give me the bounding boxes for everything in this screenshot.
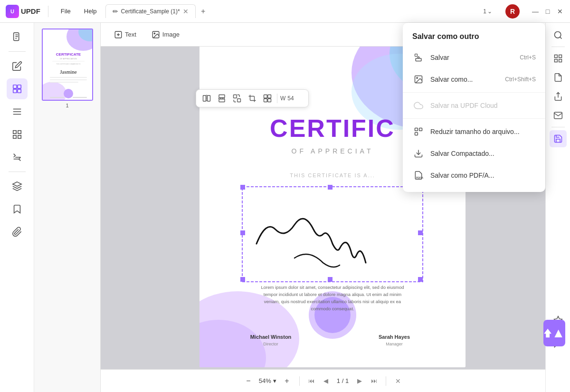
minimize-button[interactable]: — — [531, 7, 540, 16]
maximize-button[interactable]: □ — [543, 7, 552, 16]
save-item[interactable]: Salvar Ctrl+S — [403, 47, 545, 68]
save-label: Salvar — [430, 54, 514, 61]
dropdown-sep-2 — [403, 118, 545, 119]
nav-next-button[interactable]: ▶ — [353, 375, 366, 387]
image-tool-button[interactable]: Image — [146, 28, 185, 42]
svg-rect-60 — [418, 277, 423, 282]
email-icon[interactable] — [550, 107, 567, 124]
svg-rect-6 — [17, 85, 20, 88]
svg-rect-11 — [13, 131, 16, 134]
active-tab[interactable]: ✏ Certificate_Sample (1)* ✕ — [105, 4, 196, 18]
save-as-item-icon — [412, 73, 425, 86]
sidebar-form-icon[interactable] — [7, 124, 28, 145]
svg-rect-61 — [328, 185, 332, 190]
help-menu[interactable]: Help — [79, 6, 102, 17]
upload-arrow-indicator — [543, 320, 565, 346]
add-tab-button[interactable]: + — [198, 6, 209, 17]
toolbar-sep-1 — [299, 376, 300, 386]
tab-close-button[interactable]: ✕ — [183, 8, 189, 15]
sidebar-sep-2 — [9, 172, 26, 172]
sidebar-bookmark-icon[interactable] — [7, 199, 28, 220]
right-sep-1 — [551, 47, 565, 47]
export-icon[interactable] — [550, 69, 567, 86]
thumbnail-panel: CERTIFICATE OF APPRECIATION THIS CERTIFI… — [34, 23, 101, 392]
width-input[interactable] — [287, 95, 304, 102]
app-logo: U UPDF — [6, 5, 40, 18]
nav-first-button[interactable]: ⏮ — [305, 375, 318, 387]
replace-button[interactable] — [230, 92, 244, 105]
svg-rect-77 — [559, 59, 561, 62]
right-sidebar — [545, 23, 570, 392]
sidebar-attach-icon[interactable] — [7, 221, 28, 242]
page-count[interactable]: 1 ⌄ — [483, 8, 492, 15]
svg-marker-80 — [544, 329, 551, 337]
main-layout: CERTIFICATE OF APPRECIATION THIS CERTIFI… — [0, 23, 570, 392]
save-cloud-item[interactable]: Salvar na UPDF Cloud — [403, 95, 545, 116]
save-pdfa-icon: PDF/A — [412, 169, 425, 182]
crop-button[interactable] — [246, 92, 259, 105]
text-tool-label: Text — [125, 31, 136, 38]
flip-v-button[interactable] — [215, 92, 228, 105]
share-icon[interactable] — [550, 88, 567, 105]
save-item-icon — [412, 51, 425, 64]
width-label: W — [280, 95, 285, 102]
flip-h-button[interactable] — [200, 92, 213, 105]
reduce-size-item[interactable]: Reduzir tamanho do arquivo... — [403, 121, 545, 143]
sidebar-organize-icon[interactable] — [7, 101, 28, 122]
sidebar-annotate-icon[interactable] — [7, 78, 28, 99]
svg-rect-14 — [18, 135, 20, 138]
save-flat-label: Salvar Compactado... — [430, 150, 536, 157]
nav-last-button[interactable]: ⏭ — [368, 375, 380, 387]
svg-rect-43 — [268, 95, 271, 98]
svg-rect-42 — [264, 95, 267, 98]
svg-rect-64 — [418, 230, 423, 235]
search-icon[interactable] — [550, 27, 567, 44]
svg-text:tempor incididunt ut labore et: tempor incididunt ut labore et dolore ma… — [264, 292, 402, 297]
svg-text:Michael Winston: Michael Winston — [250, 334, 292, 340]
svg-text:CERTIFICATE: CERTIFICATE — [56, 52, 81, 57]
user-avatar[interactable]: R — [505, 4, 520, 19]
sidebar-edit-icon[interactable] — [7, 56, 28, 76]
sidebar-layers-icon[interactable] — [7, 176, 28, 197]
svg-rect-83 — [416, 58, 421, 61]
svg-rect-30 — [73, 97, 87, 98]
close-nav-button[interactable]: ✕ — [392, 375, 404, 387]
save-flat-item[interactable]: Salvar Compactado... — [403, 143, 545, 164]
zoom-in-button[interactable]: + — [280, 374, 294, 388]
svg-rect-87 — [419, 128, 422, 131]
svg-text:Jasmine: Jasmine — [60, 69, 77, 75]
dropdown-title: Salvar como outro — [403, 29, 545, 47]
svg-rect-59 — [240, 277, 245, 282]
thumbnail-page-1[interactable]: CERTIFICATE OF APPRECIATION THIS CERTIFI… — [42, 29, 93, 108]
save-cloud-label: Salvar na UPDF Cloud — [430, 102, 536, 109]
sidebar-convert-icon[interactable] — [7, 147, 28, 168]
save-icon[interactable] — [550, 130, 567, 147]
tab-bar: ✏ Certificate_Sample (1)* ✕ + — [105, 4, 480, 18]
reduce-size-icon — [412, 125, 425, 138]
save-pdfa-item[interactable]: PDF/A Salvar como PDF/A... — [403, 164, 545, 186]
zoom-level-display[interactable]: 54% ▾ — [259, 377, 276, 384]
title-bar: U UPDF File Help ✏ Certificate_Sample (1… — [0, 0, 570, 23]
separator — [48, 6, 48, 17]
close-button[interactable]: ✕ — [556, 7, 564, 16]
thumbnail-image: CERTIFICATE OF APPRECIATION THIS CERTIFI… — [42, 29, 93, 101]
ocr-icon[interactable] — [550, 50, 567, 67]
sidebar-document-icon[interactable] — [7, 27, 28, 48]
svg-text:PDF/A: PDF/A — [416, 176, 423, 179]
svg-text:OF APPRECIAT: OF APPRECIAT — [292, 147, 374, 155]
svg-text:Sarah Hayes: Sarah Hayes — [379, 334, 410, 340]
text-tool-button[interactable]: Text — [108, 28, 142, 42]
svg-marker-15 — [12, 182, 21, 186]
save-as-item[interactable]: Salvar como... Ctrl+Shift+S — [403, 68, 545, 90]
toolbar-separator — [277, 94, 277, 103]
svg-rect-12 — [18, 131, 20, 134]
extract-button[interactable] — [261, 92, 274, 105]
svg-text:OF APPRECIATION: OF APPRECIATION — [60, 57, 77, 60]
svg-rect-88 — [415, 133, 418, 135]
zoom-out-button[interactable]: − — [242, 374, 255, 388]
bottom-toolbar: − 54% ▾ + ⏮ ◀ 1 / 1 ▶ ⏭ ✕ — [101, 369, 545, 392]
svg-point-85 — [417, 77, 418, 79]
file-menu[interactable]: File — [56, 6, 76, 17]
tab-label: Certificate_Sample (1)* — [121, 8, 180, 15]
nav-prev-button[interactable]: ◀ — [320, 375, 332, 387]
